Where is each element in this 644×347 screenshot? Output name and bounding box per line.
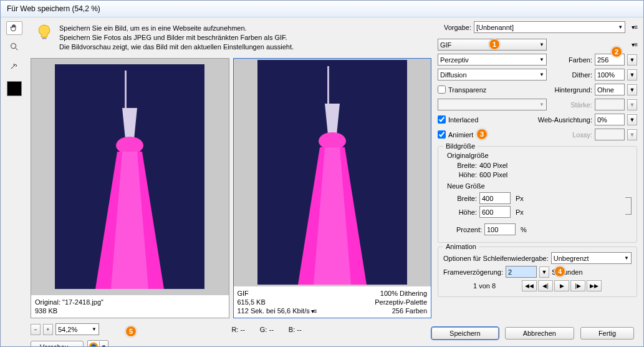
- svg-line-1: [16, 48, 17, 50]
- opt-colors: 256 Farben: [375, 306, 427, 315]
- original-pane: Original: "17-2418.jpg" 938 KB: [31, 58, 229, 319]
- matte-dropdown[interactable]: ▼: [627, 84, 637, 95]
- prev-frame-button[interactable]: ◀|: [538, 280, 553, 291]
- webalign-input[interactable]: 0%: [595, 114, 625, 125]
- orig-w-label: Breite:: [449, 162, 477, 169]
- badge-5: 5: [125, 326, 137, 337]
- interlaced-checkbox[interactable]: [438, 115, 446, 124]
- zoom-out[interactable]: −: [31, 324, 41, 335]
- constrain-icon[interactable]: [625, 197, 632, 215]
- hint-box: Speichern Sie ein Bild, um es in eine We…: [31, 21, 431, 58]
- play-button[interactable]: ▶: [554, 280, 569, 291]
- reduction-select[interactable]: Perzeptiv▼: [438, 54, 547, 66]
- imgsize-title: Bildgröße: [443, 142, 478, 150]
- new-h-label: Höhe:: [449, 208, 477, 216]
- eyedropper-tool[interactable]: [6, 59, 22, 72]
- colors-dropdown[interactable]: ▼: [627, 54, 637, 66]
- orig-h-value: 600 Pixel: [479, 171, 507, 178]
- image-size-group: Bildgröße Originalgröße Breite:400 Pixel…: [438, 146, 637, 243]
- main-area: Speichern Sie ein Bild, um es in eine We…: [28, 17, 434, 346]
- amount-label: Stärke:: [570, 101, 592, 109]
- hand-tool[interactable]: [6, 21, 22, 35]
- webalign-dropdown[interactable]: ▼: [627, 114, 637, 125]
- newsize-title: Neue Größe: [447, 182, 632, 190]
- preview-optimized-image: [257, 60, 407, 285]
- zoom-in[interactable]: +: [43, 324, 53, 335]
- svg-rect-4: [125, 71, 127, 108]
- browser-dropdown[interactable]: ▼: [99, 341, 108, 347]
- anim-title: Animation: [443, 243, 479, 250]
- format-menu-icon[interactable]: ▾≡: [632, 41, 637, 48]
- matte-select[interactable]: Ohne: [595, 84, 625, 95]
- amount-dropdown: ▼: [627, 99, 637, 110]
- loop-select[interactable]: Unbegrenzt▼: [551, 252, 632, 264]
- percent-input[interactable]: [484, 223, 516, 235]
- matte-label: Hintergrund:: [554, 86, 592, 94]
- hint-line: Die Bildvorschau zeigt, wie das Bild mit…: [59, 42, 294, 52]
- trans-dither-select: ▼: [438, 99, 547, 110]
- svg-rect-2: [42, 37, 47, 39]
- last-frame-button[interactable]: ▶▶: [587, 280, 602, 291]
- zoom-select[interactable]: 54,2%▼: [55, 323, 99, 335]
- px-label2: Px: [516, 208, 524, 216]
- first-frame-button[interactable]: ◀◀: [522, 280, 537, 291]
- orig-h-label: Höhe:: [449, 171, 477, 178]
- save-button[interactable]: Speichern: [431, 327, 499, 340]
- done-button[interactable]: Fertig: [580, 327, 634, 340]
- pager-text: 1 von 8: [473, 282, 496, 290]
- colors-label: Farben:: [569, 56, 592, 64]
- opt-format: GIF: [238, 289, 317, 298]
- animated-checkbox[interactable]: [438, 130, 446, 139]
- amount-input: [595, 99, 625, 110]
- original-filename: Original: "17-2418.jpg": [35, 298, 103, 306]
- opt-time: 112 Sek. bei 56,6 Kbit/s: [238, 306, 310, 315]
- next-frame-button[interactable]: |▶: [570, 280, 585, 291]
- svg-point-12: [319, 132, 346, 150]
- interlaced-label: Interlaced: [448, 116, 478, 124]
- transparency-label: Transparenz: [448, 86, 486, 94]
- delay-dropdown[interactable]: ▼: [539, 266, 549, 278]
- orig-w-value: 400 Pixel: [479, 162, 507, 169]
- dither-input[interactable]: 100%: [595, 69, 625, 81]
- pct-unit: %: [521, 226, 527, 233]
- optimized-pane: GIF 615,5 KB 112 Sek. bei 56,6 Kbit/s▾≡ …: [233, 58, 432, 319]
- opt-dither: 100% Dithering: [375, 289, 427, 298]
- opt-palette: Perzeptiv-Palette: [375, 298, 427, 306]
- transparency-checkbox[interactable]: [438, 86, 446, 94]
- preset-select[interactable]: [Unbenannt]▼: [474, 21, 625, 33]
- animated-label: Animiert: [448, 131, 473, 139]
- svg-point-0: [11, 44, 16, 49]
- preview-button[interactable]: Vorschau...: [31, 341, 84, 347]
- badge-4: 4: [554, 266, 565, 277]
- delay-label: Frameverzögerung:: [443, 268, 503, 276]
- zoom-tool[interactable]: [6, 40, 22, 54]
- lightbulb-icon: [36, 24, 53, 41]
- hint-line: Speichern Sie ein Bild, um es in eine We…: [59, 24, 294, 33]
- new-height-input[interactable]: [479, 206, 511, 218]
- origsize-title: Originalgröße: [447, 152, 632, 159]
- delay-input[interactable]: [506, 266, 537, 278]
- color-swatch[interactable]: [7, 81, 22, 96]
- badge-3: 3: [476, 129, 488, 140]
- webalign-label: Web-Ausrichtung:: [538, 116, 592, 124]
- tool-column: [1, 17, 28, 346]
- lossy-input: [595, 129, 625, 140]
- lossy-label: Lossy:: [572, 131, 592, 139]
- firefox-icon: [88, 341, 99, 347]
- lossy-dropdown: ▼: [627, 129, 637, 140]
- readout-b: B: --: [289, 326, 302, 333]
- readout-r: R: --: [231, 326, 244, 333]
- badge-1: 1: [489, 39, 500, 50]
- preset-menu-icon[interactable]: ▾≡: [632, 24, 637, 31]
- menu-icon[interactable]: ▾≡: [311, 307, 317, 315]
- px-label: Px: [516, 195, 524, 202]
- dither-dropdown[interactable]: ▼: [627, 69, 637, 81]
- badge-2: 2: [611, 46, 622, 57]
- hint-line: Speichern Sie Fotos als JPEG und Bilder …: [59, 33, 294, 42]
- cancel-button[interactable]: Abbrechen: [505, 327, 574, 340]
- new-width-input[interactable]: [479, 192, 511, 204]
- pct-label: Prozent:: [449, 226, 482, 233]
- dither-method-select[interactable]: Diffusion▼: [438, 69, 547, 81]
- original-size: 938 KB: [35, 306, 103, 315]
- dither-label: Dither:: [572, 71, 592, 79]
